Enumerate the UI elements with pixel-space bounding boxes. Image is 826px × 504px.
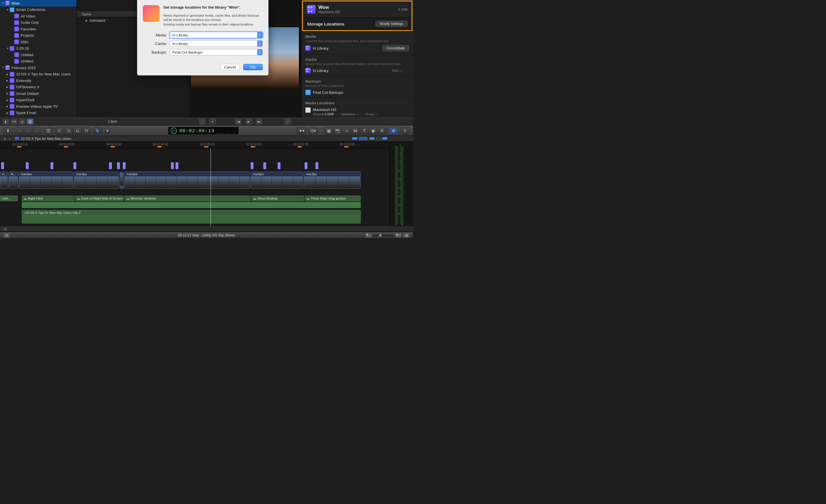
marker[interactable]	[315, 162, 318, 169]
disclosure-icon[interactable]: ▶	[6, 86, 9, 88]
prev-edit-button[interactable]: |◀	[235, 119, 241, 124]
disclosure-icon[interactable]: ▶	[6, 99, 9, 102]
video-clip[interactable]: mactips	[74, 172, 119, 189]
sidebar-item-event[interactable]: ▶GIFBrewery 3	[0, 84, 76, 90]
disclosure-icon[interactable]: ▶	[6, 73, 9, 76]
marker[interactable]	[278, 162, 281, 169]
consolidate-button[interactable]: Consolidate	[382, 45, 409, 51]
video-clip[interactable]: m...	[0, 172, 8, 189]
marker[interactable]	[176, 162, 178, 169]
timeline-ruler[interactable]: 00:00:00:0000:00:30:0000:01:00:0000:01:3…	[0, 142, 413, 148]
sidebar-item-event[interactable]: ▶Preview Videos Apple TV	[0, 103, 76, 110]
cache-select[interactable]: In Library▲▼	[170, 41, 263, 47]
disclosure-icon[interactable]: ▶	[6, 112, 9, 114]
marker[interactable]	[305, 162, 307, 169]
marker[interactable]	[251, 162, 253, 169]
sidebar-item-smart[interactable]: Favorites	[0, 26, 76, 33]
skimming-button[interactable]: ⊟	[4, 227, 7, 231]
sidebar-item-event[interactable]: ▶Extensify	[0, 77, 76, 84]
select-tool-button[interactable]	[93, 127, 102, 134]
title-clip[interactable]: ▬Show Desktop	[251, 195, 304, 201]
filmstrip-view-button[interactable]: ▤	[19, 119, 25, 124]
disclosure-icon[interactable]: ▼	[2, 66, 5, 69]
retime-button[interactable]: ◷▾	[308, 127, 317, 134]
library-sidebar[interactable]: ▼Wow▼Smart CollectionsAll VideoAudio Onl…	[0, 0, 77, 118]
sidebar-item-smart[interactable]: Audio Only	[0, 19, 76, 26]
marker[interactable]	[51, 162, 53, 169]
title-clip[interactable]: ▬Minimize windows	[124, 195, 251, 201]
disclosure-icon[interactable]: ▼	[6, 8, 9, 11]
sidebar-item-folder[interactable]: ▼Smart Collections	[0, 7, 76, 13]
keyword-button[interactable]: ⚿	[44, 127, 53, 134]
sidebar-item-event[interactable]: ▼2-29-16	[0, 45, 76, 52]
backups-select[interactable]: Final Cut Backups▲▼	[170, 49, 263, 55]
disclosure-icon[interactable]: ▼	[6, 47, 9, 50]
timeline-index-audio[interactable]	[359, 137, 368, 140]
generators-browser-button[interactable]: ◉	[368, 127, 378, 134]
sidebar-item-smart[interactable]: Stills	[0, 39, 76, 45]
unrate-button[interactable]: ☆	[23, 127, 33, 134]
favorite-button[interactable]: ★	[15, 127, 24, 134]
title-clip[interactable]: Unti...	[0, 195, 18, 201]
title-clip[interactable]: ▬Three finger drag gesture	[305, 195, 361, 201]
timeline-index-button[interactable]: ☰	[3, 233, 10, 238]
append-clip-button[interactable]: ⊔	[73, 127, 82, 134]
timeline-index-item[interactable]	[352, 137, 357, 140]
disclosure-icon[interactable]: ▼	[2, 2, 5, 5]
fullscreen-button[interactable]: ⤢	[285, 119, 291, 124]
transform-button[interactable]: ⛶	[199, 119, 205, 124]
timeline-index-item[interactable]	[369, 137, 374, 140]
marker[interactable]	[1, 162, 4, 169]
zoom-in-button[interactable]: 🔍+	[395, 233, 402, 238]
play-button[interactable]: ▶	[245, 119, 252, 124]
video-clip[interactable]: mactips	[19, 172, 73, 189]
sidebar-item-project[interactable]: Untitled	[0, 58, 76, 65]
music-browser-button[interactable]: ♫	[342, 127, 351, 134]
overwrite-clip-button[interactable]: ⊓	[82, 127, 91, 134]
marker[interactable]	[117, 162, 120, 169]
hide-browser-button[interactable]: ◧	[3, 119, 9, 124]
connect-clip-button[interactable]: ⊏	[55, 127, 64, 134]
video-clip[interactable]: mactips	[304, 172, 361, 189]
disclosure-icon[interactable]: ▶	[6, 92, 9, 95]
timecode-display[interactable]: 100 00:02:06:13 HR MIN SEC FR	[168, 127, 239, 135]
import-button[interactable]: ⬇	[3, 127, 13, 134]
themes-browser-button[interactable]: ⎘	[377, 127, 387, 134]
reject-button[interactable]: ✕	[33, 127, 42, 134]
timeline-body[interactable]: m...9t...mactipsmactipsmactipsmactipsmac…	[0, 148, 413, 227]
title-clip[interactable]: ▬Dock on Right Side of Screen	[75, 195, 124, 201]
insert-clip-button[interactable]: ⊐	[64, 127, 73, 134]
share-button[interactable]: ⇪	[400, 127, 410, 134]
video-clip[interactable]: mactips	[251, 172, 303, 189]
marker[interactable]	[73, 162, 76, 169]
sidebar-item-event[interactable]: ▶HyperDock	[0, 97, 76, 104]
view-options-button[interactable]: ▾	[210, 119, 216, 124]
sidebar-item-smart[interactable]: Projects	[0, 33, 76, 39]
photos-browser-button[interactable]: 📷	[333, 127, 342, 134]
cancel-button[interactable]: Cancel	[220, 64, 240, 70]
sidebar-item-event[interactable]: ▶Gmail Default	[0, 90, 76, 97]
audio-clip-title[interactable]: ♪ 10 OS X Tips for New Mac Users Clip 2	[22, 210, 361, 215]
history-fwd-button[interactable]: ▶	[9, 137, 11, 140]
marker[interactable]	[26, 162, 29, 169]
marker[interactable]	[171, 162, 174, 169]
marker[interactable]	[263, 162, 266, 169]
modify-settings-button[interactable]: Modify Settings	[375, 21, 408, 27]
sidebar-item-event[interactable]: ▶10 OS X Tips for New Mac Users	[0, 71, 76, 78]
sidebar-item-project[interactable]: Untitled	[0, 52, 76, 58]
enhancements-button[interactable]: ✦▾	[297, 127, 306, 134]
video-clip[interactable]: mactips	[124, 172, 250, 189]
media-select[interactable]: In Library▲▼	[170, 32, 263, 38]
zoom-slider[interactable]	[373, 235, 394, 236]
video-clip[interactable]: 9t...	[9, 172, 18, 189]
inspector-button[interactable]: ⚙	[389, 127, 398, 134]
action-menu-button[interactable]: ✲▾	[11, 119, 17, 124]
ok-button[interactable]: OK	[243, 64, 263, 70]
sidebar-item-smart[interactable]: All Video	[0, 13, 76, 19]
clip-appearance-button[interactable]: ▤	[403, 233, 410, 238]
timeline-index-roles[interactable]	[376, 136, 380, 140]
effects-browser-button[interactable]: ▦	[324, 127, 333, 134]
disclosure-icon[interactable]: ▶	[6, 79, 9, 82]
disclosure-icon[interactable]: ▶	[6, 105, 9, 108]
marker[interactable]	[109, 162, 112, 169]
